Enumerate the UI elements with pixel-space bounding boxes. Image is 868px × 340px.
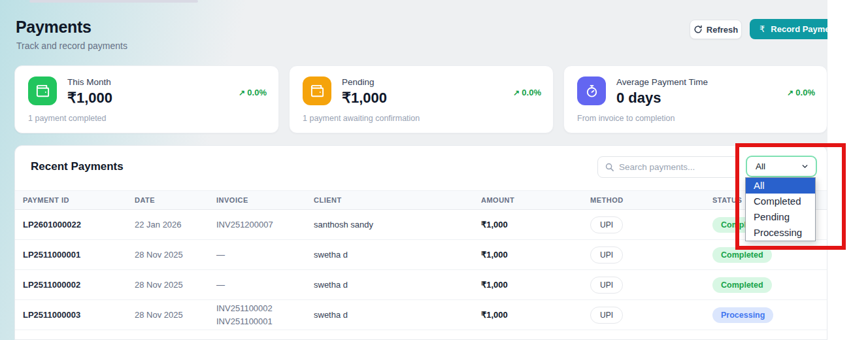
- table-row[interactable]: LP2511000001 28 Nov 2025 — swetha d ₹1,0…: [15, 240, 827, 270]
- search-icon: [605, 162, 614, 172]
- method-cell: UPI: [590, 277, 712, 294]
- payment-id-cell: LP2511000001: [23, 250, 135, 260]
- status-cell: Completed: [712, 277, 827, 293]
- stat-trend: ↗ 0.0%: [513, 88, 541, 97]
- status-cell: Completed: [712, 247, 827, 263]
- column-header-payment-id: Payment ID: [23, 196, 135, 204]
- dropdown-option-all[interactable]: All: [746, 178, 815, 194]
- status-cell: Processing: [712, 307, 827, 323]
- method-pill: UPI: [590, 307, 623, 324]
- wallet-icon: [28, 76, 57, 105]
- method-cell: UPI: [590, 246, 712, 264]
- table-row[interactable]: LP2601000022 22 Jan 2026 INV251200007 sa…: [15, 210, 827, 240]
- invoice-cell: —: [216, 279, 314, 292]
- stat-caption: 1 payment awaiting confirmation: [303, 114, 420, 123]
- column-header-method: Method: [590, 196, 712, 204]
- column-header-invoice: Invoice: [216, 196, 314, 204]
- client-cell: swetha d: [314, 280, 481, 290]
- date-cell: 28 Nov 2025: [135, 310, 216, 320]
- stat-label: Pending: [342, 77, 375, 87]
- method-pill: UPI: [590, 277, 623, 294]
- payment-id-cell: LP2511000002: [23, 280, 135, 290]
- payment-id-cell: LP2511000003: [23, 310, 135, 320]
- table-row[interactable]: LP2511000003 28 Nov 2025 INV251100002 IN…: [15, 300, 827, 330]
- column-header-client: Client: [314, 196, 481, 204]
- date-cell: 22 Jan 2026: [135, 220, 216, 230]
- amount-cell: ₹1,000: [481, 250, 590, 260]
- column-header-amount: Amount: [481, 196, 590, 204]
- method-pill: UPI: [590, 246, 623, 264]
- stat-cards-row: This Month ₹1,000 1 payment completed ↗ …: [14, 65, 827, 133]
- table-row[interactable]: LP2511000002 28 Nov 2025 — swetha d ₹1,0…: [15, 270, 827, 300]
- trend-up-icon: ↗: [513, 88, 520, 97]
- top-progress-bar: [29, 0, 198, 3]
- status-badge: Processing: [712, 307, 773, 323]
- client-cell: swetha d: [314, 310, 481, 320]
- client-cell: swetha d: [314, 250, 481, 260]
- right-gutter: [827, 0, 868, 340]
- method-pill: UPI: [590, 216, 623, 233]
- invoice-cell: INV251200007: [216, 218, 314, 231]
- record-payment-label: Record Payment: [771, 24, 827, 34]
- payment-id-cell: LP2601000022: [23, 220, 135, 230]
- stat-value: ₹1,000: [67, 90, 112, 107]
- date-cell: 28 Nov 2025: [135, 250, 216, 260]
- date-cell: 28 Nov 2025: [135, 280, 216, 290]
- client-cell: santhosh sandy: [314, 220, 481, 230]
- search-box: [597, 156, 739, 178]
- chevron-down-icon: [801, 162, 809, 171]
- refresh-label: Refresh: [707, 25, 738, 35]
- refresh-icon: [693, 25, 703, 34]
- page-title: Payments: [16, 18, 92, 37]
- payments-page: Payments Track and record payments Refre…: [0, 0, 827, 340]
- stopwatch-icon: [577, 76, 606, 105]
- amount-cell: ₹1,000: [481, 310, 590, 320]
- stat-label: Average Payment Time: [616, 77, 708, 87]
- recent-payments-card: Recent Payments All Payment ID Date Invo…: [14, 145, 827, 340]
- status-filter-value: All: [756, 162, 801, 171]
- page-subtitle: Track and record payments: [16, 41, 127, 51]
- stat-caption: From invoice to completion: [577, 114, 675, 123]
- invoice-cell: —: [216, 248, 314, 262]
- stat-card-pending: Pending ₹1,000 1 payment awaiting confir…: [289, 65, 554, 133]
- column-header-date: Date: [135, 196, 216, 204]
- table-body: LP2601000022 22 Jan 2026 INV251200007 sa…: [15, 210, 827, 330]
- trend-up-icon: ↗: [787, 88, 793, 97]
- amount-cell: ₹1,000: [481, 280, 590, 290]
- stat-card-average-payment-time: Average Payment Time 0 days From invoice…: [563, 65, 827, 133]
- status-badge: Completed: [712, 277, 772, 293]
- status-badge: Completed: [712, 247, 772, 263]
- stat-label: This Month: [67, 77, 111, 87]
- table-header-row: Payment ID Date Invoice Client Amount Me…: [15, 190, 827, 210]
- status-filter-select[interactable]: All: [746, 156, 817, 177]
- search-input[interactable]: [619, 162, 739, 172]
- status-filter-dropdown-menu: AllCompletedPendingProcessing: [745, 177, 816, 241]
- stat-trend: ↗ 0.0%: [787, 88, 815, 97]
- method-cell: UPI: [590, 307, 712, 324]
- stat-value: ₹1,000: [342, 90, 387, 107]
- wallet-icon: [303, 76, 331, 105]
- stat-caption: 1 payment completed: [28, 114, 107, 123]
- stat-trend: ↗ 0.0%: [239, 88, 267, 97]
- section-title: Recent Payments: [31, 160, 124, 173]
- trend-up-icon: ↗: [239, 88, 245, 97]
- invoice-cell: INV251100002 INV251100001: [216, 302, 314, 328]
- dropdown-option-completed[interactable]: Completed: [746, 194, 815, 209]
- stat-value: 0 days: [616, 90, 661, 107]
- rupee-icon: ₹: [760, 24, 765, 34]
- dropdown-option-processing[interactable]: Processing: [746, 225, 815, 241]
- method-cell: UPI: [590, 216, 712, 233]
- record-payment-button[interactable]: ₹ Record Payment: [750, 19, 827, 39]
- dropdown-option-pending[interactable]: Pending: [746, 209, 815, 225]
- stat-card-this-month: This Month ₹1,000 1 payment completed ↗ …: [14, 65, 279, 133]
- refresh-button[interactable]: Refresh: [690, 20, 742, 39]
- amount-cell: ₹1,000: [481, 220, 590, 230]
